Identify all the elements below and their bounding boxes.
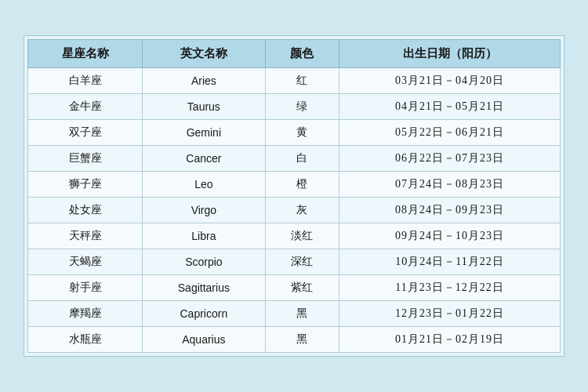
- cell-en_name: Sagittarius: [143, 275, 266, 301]
- cell-zh_name: 双子座: [28, 120, 143, 146]
- table-body: 白羊座Aries红03月21日－04月20日金牛座Taurus绿04月21日－0…: [28, 68, 561, 353]
- table-row: 天蝎座Scorpio深红10月24日－11月22日: [28, 249, 561, 275]
- header-zh-name: 星座名称: [28, 40, 143, 68]
- cell-zh_name: 射手座: [28, 275, 143, 301]
- table-row: 水瓶座Aquarius黑01月21日－02月19日: [28, 327, 561, 353]
- cell-color: 黑: [265, 301, 339, 327]
- cell-en_name: Aries: [143, 68, 266, 94]
- cell-en_name: Taurus: [143, 94, 266, 120]
- cell-date_range: 03月21日－04月20日: [339, 68, 561, 94]
- cell-zh_name: 处女座: [28, 198, 143, 223]
- table-row: 双子座Gemini黄05月22日－06月21日: [28, 120, 561, 146]
- cell-en_name: Scorpio: [143, 249, 266, 275]
- header-en-name: 英文名称: [143, 40, 266, 68]
- header-color: 颜色: [265, 40, 339, 68]
- cell-en_name: Leo: [143, 172, 266, 198]
- cell-en_name: Capricorn: [143, 301, 266, 327]
- table-row: 巨蟹座Cancer白06月22日－07月23日: [28, 146, 561, 172]
- cell-en_name: Libra: [143, 223, 266, 249]
- cell-color: 紫红: [265, 275, 339, 301]
- table-row: 处女座Virgo灰08月24日－09月23日: [28, 198, 561, 223]
- cell-date_range: 08月24日－09月23日: [339, 198, 561, 223]
- cell-color: 黄: [265, 120, 339, 146]
- cell-zh_name: 巨蟹座: [28, 146, 143, 172]
- table-row: 摩羯座Capricorn黑12月23日－01月22日: [28, 301, 561, 327]
- cell-zh_name: 白羊座: [28, 68, 143, 94]
- zodiac-table: 星座名称 英文名称 颜色 出生日期（阳历） 白羊座Aries红03月21日－04…: [27, 39, 561, 353]
- table-row: 天秤座Libra淡红09月24日－10月23日: [28, 223, 561, 249]
- table-row: 狮子座Leo橙07月24日－08月23日: [28, 172, 561, 198]
- cell-color: 黑: [265, 327, 339, 353]
- cell-color: 橙: [265, 172, 339, 198]
- cell-en_name: Virgo: [143, 198, 266, 223]
- table-row: 金牛座Taurus绿04月21日－05月21日: [28, 94, 561, 120]
- cell-date_range: 11月23日－12月22日: [339, 275, 561, 301]
- cell-date_range: 10月24日－11月22日: [339, 249, 561, 275]
- table-header-row: 星座名称 英文名称 颜色 出生日期（阳历）: [28, 40, 561, 68]
- cell-color: 红: [265, 68, 339, 94]
- table-row: 白羊座Aries红03月21日－04月20日: [28, 68, 561, 94]
- cell-date_range: 12月23日－01月22日: [339, 301, 561, 327]
- cell-zh_name: 天秤座: [28, 223, 143, 249]
- cell-color: 灰: [265, 198, 339, 223]
- cell-date_range: 09月24日－10月23日: [339, 223, 561, 249]
- cell-en_name: Aquarius: [143, 327, 266, 353]
- cell-date_range: 07月24日－08月23日: [339, 172, 561, 198]
- cell-zh_name: 狮子座: [28, 172, 143, 198]
- cell-date_range: 05月22日－06月21日: [339, 120, 561, 146]
- cell-zh_name: 水瓶座: [28, 327, 143, 353]
- table-row: 射手座Sagittarius紫红11月23日－12月22日: [28, 275, 561, 301]
- cell-date_range: 04月21日－05月21日: [339, 94, 561, 120]
- cell-en_name: Cancer: [143, 146, 266, 172]
- cell-zh_name: 天蝎座: [28, 249, 143, 275]
- cell-color: 白: [265, 146, 339, 172]
- cell-color: 深红: [265, 249, 339, 275]
- cell-date_range: 01月21日－02月19日: [339, 327, 561, 353]
- cell-color: 绿: [265, 94, 339, 120]
- cell-en_name: Gemini: [143, 120, 266, 146]
- cell-color: 淡红: [265, 223, 339, 249]
- zodiac-table-container: 星座名称 英文名称 颜色 出生日期（阳历） 白羊座Aries红03月21日－04…: [24, 35, 564, 357]
- cell-zh_name: 摩羯座: [28, 301, 143, 327]
- cell-zh_name: 金牛座: [28, 94, 143, 120]
- header-date-range: 出生日期（阳历）: [339, 40, 561, 68]
- cell-date_range: 06月22日－07月23日: [339, 146, 561, 172]
